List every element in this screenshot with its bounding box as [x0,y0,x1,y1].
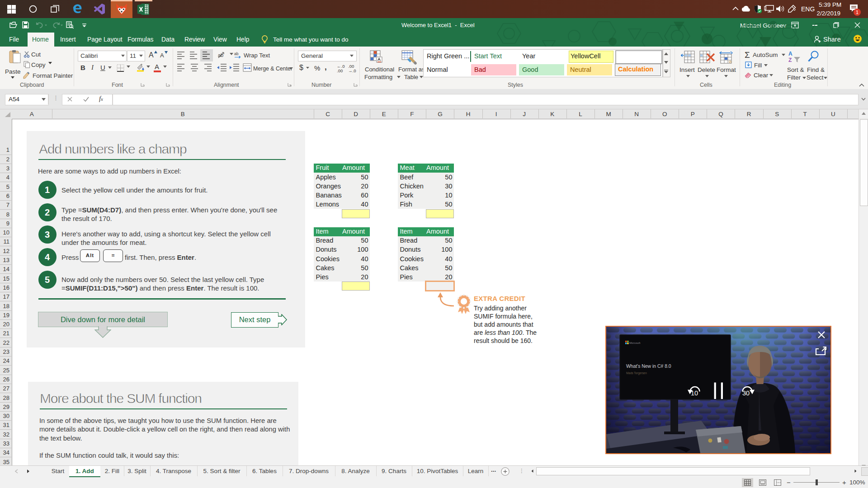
svg-text:Mads Torgersen: Mads Torgersen [626,371,647,375]
svg-text:ab: ab [234,52,239,56]
svg-text:10: 10 [691,389,698,397]
svg-text:30: 30 [742,389,750,397]
svg-text:What's New in C# 8.0: What's New in C# 8.0 [626,364,671,369]
svg-text:Microsoft: Microsoft [629,342,641,344]
svg-text:ab: ab [218,52,223,58]
